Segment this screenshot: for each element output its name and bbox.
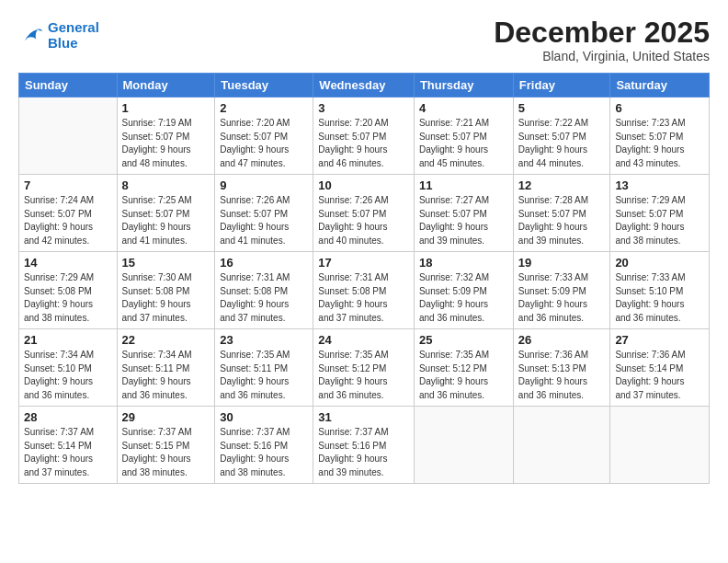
day-number: 1 <box>122 101 210 115</box>
title-block: December 2025 Bland, Virginia, United St… <box>494 17 710 63</box>
calendar-cell: 3Sunrise: 7:20 AM Sunset: 5:07 PM Daylig… <box>313 98 415 175</box>
calendar-cell <box>610 407 710 484</box>
day-info: Sunrise: 7:29 AM Sunset: 5:08 PM Dayligh… <box>24 271 112 325</box>
day-number: 26 <box>518 333 606 347</box>
calendar-cell: 26Sunrise: 7:36 AM Sunset: 5:13 PM Dayli… <box>513 329 610 407</box>
calendar-cell <box>19 98 118 175</box>
calendar-cell: 19Sunrise: 7:33 AM Sunset: 5:09 PM Dayli… <box>513 252 610 329</box>
calendar-cell: 28Sunrise: 7:37 AM Sunset: 5:14 PM Dayli… <box>19 407 118 484</box>
day-info: Sunrise: 7:25 AM Sunset: 5:07 PM Dayligh… <box>122 194 210 247</box>
logo-line2: Blue <box>48 35 78 51</box>
calendar-cell: 23Sunrise: 7:35 AM Sunset: 5:11 PM Dayli… <box>215 329 313 407</box>
calendar-cell <box>414 407 513 484</box>
calendar: SundayMondayTuesdayWednesdayThursdayFrid… <box>18 73 710 484</box>
day-header-friday: Friday <box>513 74 610 98</box>
calendar-week-row: 28Sunrise: 7:37 AM Sunset: 5:14 PM Dayli… <box>19 407 710 484</box>
calendar-week-row: 1Sunrise: 7:19 AM Sunset: 5:07 PM Daylig… <box>19 98 710 175</box>
day-info: Sunrise: 7:34 AM Sunset: 5:11 PM Dayligh… <box>122 349 210 402</box>
calendar-cell: 6Sunrise: 7:23 AM Sunset: 5:07 PM Daylig… <box>610 98 710 175</box>
day-info: Sunrise: 7:21 AM Sunset: 5:07 PM Dayligh… <box>419 117 508 170</box>
calendar-cell: 10Sunrise: 7:26 AM Sunset: 5:07 PM Dayli… <box>313 175 415 252</box>
day-info: Sunrise: 7:33 AM Sunset: 5:10 PM Dayligh… <box>615 271 704 325</box>
calendar-cell: 17Sunrise: 7:31 AM Sunset: 5:08 PM Dayli… <box>313 252 415 329</box>
day-number: 22 <box>122 333 210 347</box>
day-info: Sunrise: 7:37 AM Sunset: 5:14 PM Dayligh… <box>24 426 112 479</box>
logo-line1: General <box>48 19 99 35</box>
day-info: Sunrise: 7:23 AM Sunset: 5:07 PM Dayligh… <box>615 117 704 170</box>
calendar-cell: 9Sunrise: 7:26 AM Sunset: 5:07 PM Daylig… <box>215 175 313 252</box>
calendar-cell: 29Sunrise: 7:37 AM Sunset: 5:15 PM Dayli… <box>117 407 215 484</box>
page: General Blue December 2025 Bland, Virgin… <box>0 0 728 563</box>
calendar-cell: 7Sunrise: 7:24 AM Sunset: 5:07 PM Daylig… <box>19 175 118 252</box>
calendar-header-row: SundayMondayTuesdayWednesdayThursdayFrid… <box>19 74 710 98</box>
day-info: Sunrise: 7:28 AM Sunset: 5:07 PM Dayligh… <box>518 194 606 247</box>
day-number: 11 <box>419 178 508 192</box>
day-number: 4 <box>419 101 508 115</box>
day-number: 14 <box>24 256 112 270</box>
subtitle: Bland, Virginia, United States <box>494 49 710 63</box>
day-header-tuesday: Tuesday <box>215 74 313 98</box>
day-number: 8 <box>122 178 210 192</box>
day-header-thursday: Thursday <box>414 74 513 98</box>
day-number: 31 <box>318 410 409 424</box>
calendar-week-row: 14Sunrise: 7:29 AM Sunset: 5:08 PM Dayli… <box>19 252 710 329</box>
day-info: Sunrise: 7:22 AM Sunset: 5:07 PM Dayligh… <box>518 117 606 170</box>
day-info: Sunrise: 7:30 AM Sunset: 5:08 PM Dayligh… <box>122 271 210 325</box>
day-info: Sunrise: 7:35 AM Sunset: 5:11 PM Dayligh… <box>220 349 308 402</box>
day-info: Sunrise: 7:37 AM Sunset: 5:16 PM Dayligh… <box>318 426 409 479</box>
day-info: Sunrise: 7:26 AM Sunset: 5:07 PM Dayligh… <box>318 194 409 247</box>
day-number: 17 <box>318 256 409 270</box>
day-info: Sunrise: 7:20 AM Sunset: 5:07 PM Dayligh… <box>318 117 409 170</box>
calendar-cell: 27Sunrise: 7:36 AM Sunset: 5:14 PM Dayli… <box>610 329 710 407</box>
day-info: Sunrise: 7:20 AM Sunset: 5:07 PM Dayligh… <box>220 117 308 170</box>
day-info: Sunrise: 7:37 AM Sunset: 5:15 PM Dayligh… <box>122 426 210 479</box>
day-number: 5 <box>518 101 606 115</box>
day-info: Sunrise: 7:33 AM Sunset: 5:09 PM Dayligh… <box>518 271 606 325</box>
day-number: 28 <box>24 410 112 424</box>
calendar-body: 1Sunrise: 7:19 AM Sunset: 5:07 PM Daylig… <box>19 98 710 484</box>
calendar-week-row: 21Sunrise: 7:34 AM Sunset: 5:10 PM Dayli… <box>19 329 710 407</box>
header: General Blue December 2025 Bland, Virgin… <box>18 17 710 63</box>
day-number: 21 <box>24 333 112 347</box>
logo-icon <box>18 23 44 49</box>
day-number: 6 <box>615 101 704 115</box>
day-header-saturday: Saturday <box>610 74 710 98</box>
day-number: 18 <box>419 256 508 270</box>
day-header-wednesday: Wednesday <box>313 74 415 98</box>
calendar-cell: 20Sunrise: 7:33 AM Sunset: 5:10 PM Dayli… <box>610 252 710 329</box>
calendar-cell: 12Sunrise: 7:28 AM Sunset: 5:07 PM Dayli… <box>513 175 610 252</box>
calendar-cell: 1Sunrise: 7:19 AM Sunset: 5:07 PM Daylig… <box>117 98 215 175</box>
day-info: Sunrise: 7:27 AM Sunset: 5:07 PM Dayligh… <box>419 194 508 247</box>
calendar-week-row: 7Sunrise: 7:24 AM Sunset: 5:07 PM Daylig… <box>19 175 710 252</box>
day-number: 3 <box>318 101 409 115</box>
calendar-cell: 30Sunrise: 7:37 AM Sunset: 5:16 PM Dayli… <box>215 407 313 484</box>
calendar-cell: 21Sunrise: 7:34 AM Sunset: 5:10 PM Dayli… <box>19 329 118 407</box>
day-info: Sunrise: 7:36 AM Sunset: 5:14 PM Dayligh… <box>615 349 704 402</box>
calendar-cell: 5Sunrise: 7:22 AM Sunset: 5:07 PM Daylig… <box>513 98 610 175</box>
day-info: Sunrise: 7:31 AM Sunset: 5:08 PM Dayligh… <box>318 271 409 325</box>
day-number: 19 <box>518 256 606 270</box>
day-info: Sunrise: 7:35 AM Sunset: 5:12 PM Dayligh… <box>318 349 409 402</box>
day-number: 29 <box>122 410 210 424</box>
day-info: Sunrise: 7:37 AM Sunset: 5:16 PM Dayligh… <box>220 426 308 479</box>
calendar-cell: 18Sunrise: 7:32 AM Sunset: 5:09 PM Dayli… <box>414 252 513 329</box>
day-header-sunday: Sunday <box>19 74 118 98</box>
day-number: 7 <box>24 178 112 192</box>
day-number: 10 <box>318 178 409 192</box>
day-number: 12 <box>518 178 606 192</box>
calendar-cell: 14Sunrise: 7:29 AM Sunset: 5:08 PM Dayli… <box>19 252 118 329</box>
day-info: Sunrise: 7:35 AM Sunset: 5:12 PM Dayligh… <box>419 349 508 402</box>
day-number: 16 <box>220 256 308 270</box>
calendar-cell: 31Sunrise: 7:37 AM Sunset: 5:16 PM Dayli… <box>313 407 415 484</box>
day-number: 13 <box>615 178 704 192</box>
calendar-cell: 22Sunrise: 7:34 AM Sunset: 5:11 PM Dayli… <box>117 329 215 407</box>
day-info: Sunrise: 7:29 AM Sunset: 5:07 PM Dayligh… <box>615 194 704 247</box>
calendar-cell: 8Sunrise: 7:25 AM Sunset: 5:07 PM Daylig… <box>117 175 215 252</box>
day-number: 25 <box>419 333 508 347</box>
day-number: 23 <box>220 333 308 347</box>
day-number: 24 <box>318 333 409 347</box>
calendar-cell: 24Sunrise: 7:35 AM Sunset: 5:12 PM Dayli… <box>313 329 415 407</box>
main-title: December 2025 <box>494 17 710 49</box>
day-info: Sunrise: 7:26 AM Sunset: 5:07 PM Dayligh… <box>220 194 308 247</box>
day-number: 9 <box>220 178 308 192</box>
